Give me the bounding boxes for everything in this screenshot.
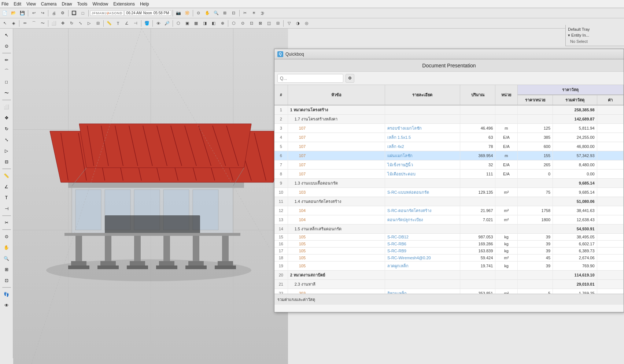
text-left[interactable]: T xyxy=(1,193,12,203)
month-J3[interactable]: J xyxy=(107,11,109,15)
text-tool[interactable]: T xyxy=(114,19,122,27)
table-row[interactable]: 6107แผ่นแมกโลชัก369.954m15557,342.93 xyxy=(274,151,624,160)
pencil-left[interactable]: ✏ xyxy=(1,55,12,65)
xray-btn[interactable]: ◎ xyxy=(303,19,311,27)
render-btn[interactable]: 🔆 xyxy=(183,9,191,17)
print-btn[interactable]: 🖨 xyxy=(50,9,58,17)
pencil-tool[interactable]: ✏ xyxy=(21,19,29,27)
back-btn[interactable]: ◫ xyxy=(265,19,273,27)
angle-left[interactable]: ∠ xyxy=(1,182,12,192)
style2[interactable]: ▦ xyxy=(192,19,200,27)
table-row[interactable]: 5107เหล็ก 4x278E/A60046,800.00 xyxy=(274,142,624,151)
table-row[interactable]: 13104ดอนกรัดปลูกระเบียง7.021m²180012,638… xyxy=(274,215,624,224)
lookaround-left[interactable]: 👁 xyxy=(1,300,12,311)
open-btn[interactable]: 📂 xyxy=(10,9,18,17)
top-btn[interactable]: ⊙ xyxy=(239,19,247,27)
paint-tool-left[interactable]: ⊙ xyxy=(1,41,12,51)
search-input[interactable] xyxy=(277,74,343,83)
component-tool[interactable]: ◈ xyxy=(10,19,18,27)
dim-tool[interactable]: ⊣ xyxy=(132,19,140,27)
table-row[interactable]: 3107ครอบข้างแมกโลชัก46.496m1255,811.94 xyxy=(274,124,624,133)
shaded-btn[interactable]: ◑ xyxy=(294,19,302,27)
push-tool[interactable]: ⬜ xyxy=(50,19,58,27)
orbit-btn[interactable]: ⊙ xyxy=(195,9,203,17)
menu-edit[interactable]: Edit xyxy=(14,1,21,7)
look-tool[interactable]: 🔎 xyxy=(163,19,171,27)
table-row[interactable]: 18105S-RC-Wiremesh4@0.2059.424m²452,674.… xyxy=(274,255,624,261)
month-A[interactable]: A xyxy=(99,11,101,15)
menu-extensions[interactable]: Extensions xyxy=(113,1,135,7)
save-btn[interactable]: 💾 xyxy=(18,9,26,17)
scale-tool[interactable]: ⤡ xyxy=(76,19,84,27)
table-row[interactable]: 19105ลวดผูกเหล็ก19.741kg39769.90 xyxy=(274,261,624,271)
walk-left[interactable]: 👣 xyxy=(1,289,12,300)
zoomfit-left[interactable]: ⊡ xyxy=(1,275,12,286)
style4[interactable]: ◧ xyxy=(210,19,218,27)
freehand-left[interactable]: 〜 xyxy=(1,88,12,98)
rotate-left[interactable]: ↻ xyxy=(1,124,12,134)
move-left[interactable]: ✥ xyxy=(1,113,12,123)
viewport-canvas[interactable] xyxy=(13,29,288,364)
table-row[interactable]: 12104S-RC-ดอนกรัดโครงสร้าง21.967m²175838… xyxy=(274,206,624,215)
zoom-btn[interactable]: 🔍 xyxy=(212,9,220,17)
month-M2[interactable]: M xyxy=(102,11,105,15)
table-row[interactable]: 8107ไม้เดือยประดอบ111E/A00.00 xyxy=(274,170,624,179)
table-row[interactable]: 212.3 งานหาลี29,010.01 xyxy=(274,280,624,289)
section-btn[interactable]: ✂ xyxy=(241,9,249,17)
paint-tool[interactable]: 🪣 xyxy=(143,19,151,27)
section-left[interactable]: ✂ xyxy=(1,218,12,228)
fog-btn[interactable]: 🌫 xyxy=(259,9,267,17)
menu-help[interactable]: Help xyxy=(140,1,149,7)
front-btn[interactable]: ⊡ xyxy=(247,19,255,27)
table-row[interactable]: 7107ไม้เข็งราษฎีนิ้ว32E/A2658,480.00 xyxy=(274,160,624,170)
walkthrough-tool[interactable]: 👁 xyxy=(154,19,162,27)
search-button[interactable]: ⚙ xyxy=(346,74,354,83)
freehand-tool[interactable]: 〜 xyxy=(38,19,47,27)
data-table-container[interactable]: # หัวข้อ รายละเอียด ปริมาณ หน่วย ราคาวัส… xyxy=(274,85,624,294)
dim-left[interactable]: ⊣ xyxy=(1,204,12,214)
offset-left[interactable]: ⊟ xyxy=(1,157,12,167)
table-row[interactable]: 141.5 งานเหล็กเสริมดอนกรัด54,930.91 xyxy=(274,224,624,234)
rotate-tool[interactable]: ↻ xyxy=(67,19,75,27)
section-plane-tool[interactable]: ⬡ xyxy=(174,19,182,27)
menu-file[interactable]: File xyxy=(1,1,8,7)
redo-btn[interactable]: ↪ xyxy=(38,9,47,17)
table-row[interactable]: 21.7 งานโครงสร้างหลังคา142,689.87 xyxy=(274,115,624,124)
table-row[interactable]: 15105S-RC-DB12987.053kg3938,495.05 xyxy=(274,234,624,241)
menu-view[interactable]: View xyxy=(26,1,36,7)
style3[interactable]: ◨ xyxy=(201,19,209,27)
shape-left[interactable]: □ xyxy=(1,77,12,87)
follow-left[interactable]: ▷ xyxy=(1,146,12,156)
menu-window[interactable]: Window xyxy=(93,1,108,7)
quickboq-panel[interactable]: Q Quickboq Document Presentation ⚙ # หัว… xyxy=(274,49,624,312)
menu-tools[interactable]: Tools xyxy=(77,1,88,7)
camera-btn[interactable]: 📷 xyxy=(174,9,182,17)
right-btn[interactable]: ⊠ xyxy=(256,19,264,27)
view2d-btn[interactable]: □ xyxy=(79,9,87,17)
orbit-left[interactable]: ⊙ xyxy=(1,231,12,242)
table-row[interactable]: 111.4 งานดอนกรัดโครงสร้าง51,080.06 xyxy=(274,197,624,206)
axes-btn[interactable]: ⊕ xyxy=(218,19,226,27)
table-row[interactable]: 91.3 งานแบบเสื้อดอนกรัด9,685.14 xyxy=(274,179,624,188)
menu-camera[interactable]: Camera xyxy=(41,1,57,7)
zoomwin-left[interactable]: ⊞ xyxy=(1,264,12,275)
month-M[interactable]: M xyxy=(96,11,99,15)
zoom-win-btn[interactable]: ⊞ xyxy=(221,9,229,17)
month-J2[interactable]: J xyxy=(105,11,107,15)
tape-tool[interactable]: 📏 xyxy=(105,19,113,27)
table-row[interactable]: 11 หมวดงานโครงสร้าง258,385.98 xyxy=(274,105,624,115)
arc-left[interactable]: ⌒ xyxy=(1,66,12,76)
hidden-btn[interactable]: ▽ xyxy=(285,19,293,27)
view3d-btn[interactable]: 🔲 xyxy=(70,9,78,17)
tape-left[interactable]: 📏 xyxy=(1,171,12,181)
month-D[interactable]: D xyxy=(120,11,122,15)
move-tool[interactable]: ✥ xyxy=(59,19,67,27)
month-O[interactable]: O xyxy=(114,11,117,15)
menu-draw[interactable]: Draw xyxy=(62,1,72,7)
month-navigator[interactable]: J F M A M J J A S O N D xyxy=(90,11,124,16)
select-tool[interactable]: ↖ xyxy=(1,19,9,27)
zoom-left[interactable]: 🔍 xyxy=(1,253,12,264)
style1[interactable]: ▣ xyxy=(183,19,191,27)
table-row[interactable]: 17105S-RC-RB9163.839kg396,389.73 xyxy=(274,248,624,255)
month-A2[interactable]: A xyxy=(109,11,111,15)
